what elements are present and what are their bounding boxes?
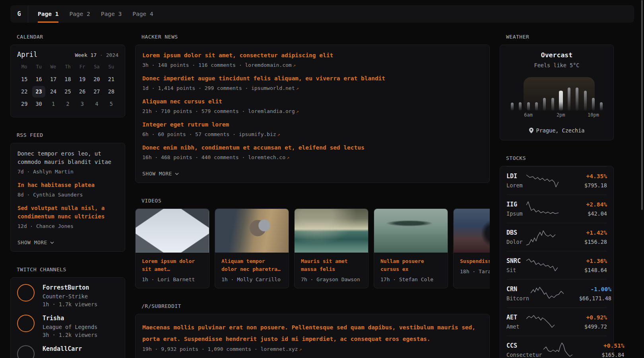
stock-change: +1.42% (563, 229, 607, 237)
temperature-bar-cell: 9° (508, 77, 516, 111)
stock-name: Lorem (506, 182, 525, 189)
hackernews-item-link[interactable]: Donec imperdiet augue tincidunt felis al… (142, 74, 483, 83)
hackernews-item-link[interactable]: Integer eget rutrum lorem (142, 121, 483, 129)
stock-identity: AET Amet (506, 314, 525, 330)
rss-item: Donec tempor eros leo, ut commodo mauris… (17, 150, 118, 176)
page-tabs: Page 1 Page 2 Page 3 Page 4 (28, 5, 164, 23)
temperature-bar (592, 98, 595, 111)
stock-row[interactable]: DBS Dolor +1.42% $156.28 (506, 223, 607, 251)
stock-sparkline (525, 228, 563, 246)
video-card[interactable]: Lorem ipsum dolor sit amet consectetu… 1… (135, 208, 209, 288)
calendar-day: 18 (61, 74, 74, 85)
rss-item-link[interactable]: Sed volutpat nulla nisl, a condimentum n… (17, 204, 118, 221)
video-title-link[interactable]: Mauris sit amet massa felis (301, 257, 362, 273)
stock-values: +0.51% $165.84 (580, 342, 624, 358)
temperature-bar-cell: 9° (541, 77, 549, 111)
video-card[interactable]: Aliquam tempor dolor nec pharetra… 1h · … (215, 208, 289, 288)
stock-change: +4.35% (563, 173, 607, 180)
external-link-icon: ↗ (299, 346, 302, 352)
twitch-card: LIVE ForrestBurton Counter-Strike 1h · 1… (10, 277, 125, 358)
twitch-channel-row[interactable]: LIVE ForrestBurton Counter-Strike 1h · 1… (17, 284, 118, 307)
meta-text: 21h · 710 points · 579 comments · loreml… (142, 108, 295, 114)
video-meta: 1h · Molly Carrillo (221, 276, 282, 282)
hackernews-item-link[interactable]: Lorem ipsum dolor sit amet, consectetur … (142, 51, 483, 60)
stock-values: +1.36% $148.64 (563, 257, 607, 273)
twitch-channel-info: ForrestBurton Counter-Strike 1h · 1.7k v… (43, 284, 97, 307)
rss-show-more-button[interactable]: SHOW MORE (17, 239, 54, 245)
hackernews-item-link[interactable]: Aliquam nec cursus elit (142, 97, 483, 106)
calendar-month: April (17, 51, 37, 58)
calendar-day: 20 (90, 74, 103, 85)
rss-item-meta: 7d · Ashlyn Martin (17, 168, 118, 176)
calendar-day: 17 (47, 74, 60, 85)
twitch-channel-row[interactable]: KendallCarr (17, 345, 118, 358)
hackernews-show-more-button[interactable]: SHOW MORE (142, 171, 179, 177)
page-tab[interactable]: Page 1 (38, 5, 58, 23)
stock-row[interactable]: CCS Consectetur +0.51% $165.84 (506, 336, 607, 358)
video-title-link[interactable]: Nullam posuere cursus ex (380, 257, 441, 273)
stock-row[interactable]: LDI Lorem +4.35% $795.18 (506, 166, 607, 195)
video-card[interactable]: Suspendisse diam 18h · Tara (453, 208, 490, 288)
hackernews-item: Lorem ipsum dolor sit amet, consectetur … (142, 51, 483, 69)
hackernews-item-meta: 6h · 60 points · 57 comments · ipsumify.… (142, 130, 483, 138)
stock-row[interactable]: SNRC Sit +1.36% $148.64 (506, 251, 607, 279)
stock-identity: IIG Ipsum (506, 201, 525, 217)
scrollbar-thumb[interactable] (641, 0, 643, 210)
middle-column: HACKER NEWS Lorem ipsum dolor sit amet, … (135, 34, 490, 358)
stock-row[interactable]: AET Amet +0.92% $499.72 (506, 307, 607, 336)
stock-identity: CCS Consectetur (506, 342, 542, 358)
weather-hourly-chart: 9° 9° (508, 77, 605, 117)
weekday-label: Sa (94, 64, 99, 70)
weather-location-label: Prague, Czechia (536, 127, 585, 134)
temperature-bar-cell: 9° 6am (524, 77, 532, 111)
video-meta: 17h · Stefan Cole (380, 276, 441, 282)
temperature-bar (559, 91, 563, 111)
external-link-icon: ↗ (277, 132, 280, 137)
app-logo[interactable]: G (10, 5, 28, 23)
hackernews-list: Lorem ipsum dolor sit amet, consectetur … (142, 51, 483, 161)
calendar-day: 19 (76, 74, 89, 85)
video-info: Nullam posuere cursus ex 17h · Stefan Co… (374, 253, 448, 288)
temperature-bar (543, 98, 546, 111)
stock-price: $148.64 (563, 267, 607, 273)
twitch-channel-row[interactable]: LIVE Trisha League of Legends 3h · 1.2k … (17, 315, 118, 338)
subreddit-post-link[interactable]: Maecenas mollis pulvinar erat non posuer… (142, 322, 483, 345)
rss-item-meta: 12d · Chance Jones (17, 222, 118, 230)
stock-sparkline (525, 200, 563, 218)
hackernews-item-meta: 3h · 148 points · 116 comments · loremdo… (142, 61, 483, 69)
stock-row[interactable]: IIG Ipsum +2.84% $42.04 (506, 195, 607, 223)
top-nav: G Page 1 Page 2 Page 3 Page 4 (10, 5, 634, 23)
calendar-widget: CALENDAR April Week 17 · 2024 MoTuWeThFr… (10, 34, 125, 117)
location-pin-icon (529, 128, 533, 133)
video-card[interactable]: Nullam posuere cursus ex 17h · Stefan Co… (374, 208, 448, 288)
video-title-link[interactable]: Suspendisse diam (460, 257, 490, 265)
video-title-link[interactable]: Lorem ipsum dolor sit amet consectetu… (142, 257, 203, 273)
calendar-day: 23 (32, 86, 45, 97)
stock-identity: LDI Lorem (506, 173, 525, 189)
rss-item-link[interactable]: Donec tempor eros leo, ut commodo mauris… (17, 150, 118, 166)
hackernews-item-link[interactable]: Donec enim nibh, condimentum et accumsan… (142, 144, 483, 152)
stock-name: Amet (506, 323, 525, 330)
rss-item: In hac habitasse platea 8d · Cynthia Sau… (17, 181, 118, 199)
page-tab[interactable]: Page 2 (69, 5, 90, 23)
page-tab[interactable]: Page 3 (101, 5, 122, 23)
calendar-day: 3 (76, 98, 89, 110)
hackernews-item: Donec imperdiet augue tincidunt felis al… (142, 74, 483, 92)
videos-widget: VIDEOS Lorem ipsum dolor sit amet consec… (135, 198, 490, 288)
video-title-link[interactable]: Aliquam tempor dolor nec pharetra… (221, 257, 282, 273)
external-link-icon: ↗ (296, 109, 299, 114)
video-card[interactable]: Mauris sit amet massa felis 7h · Grayson… (294, 208, 369, 288)
right-column: WEATHER Overcast Feels like 5°C 9° (500, 34, 614, 358)
stock-row[interactable]: CRN Bitcorn -1.00% $66,171.48 (506, 279, 607, 307)
calendar-day: 21 (105, 74, 118, 85)
twitch-section-title: TWITCH CHANNELS (17, 267, 125, 272)
weekday-label: We (50, 64, 56, 70)
temperature-bar-cell: 9° (573, 77, 581, 111)
channel-name: ForrestBurton (43, 284, 97, 292)
page-tab[interactable]: Page 4 (132, 5, 153, 23)
stock-name: Bitcorn (506, 295, 529, 302)
rss-item-link[interactable]: In hac habitasse platea (17, 181, 118, 189)
external-link-icon: ↗ (293, 62, 296, 68)
stock-values: +1.42% $156.28 (563, 229, 607, 245)
calendar-day: 16 (32, 74, 45, 85)
